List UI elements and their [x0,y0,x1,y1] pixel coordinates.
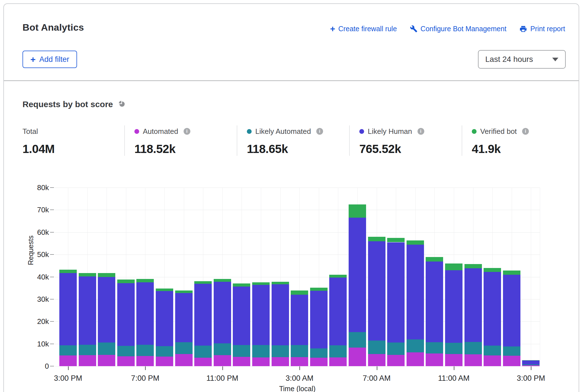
bar [310,288,328,366]
bar-segment [484,346,501,355]
y-tick-mark [50,277,54,277]
y-tick-label: 20k [7,317,49,326]
bar [349,204,366,366]
x-tick-label: 3:00 PM [503,374,559,383]
bar-segment [233,345,250,357]
y-tick-mark [50,321,54,322]
bar-segment [426,342,443,353]
bar-segment [329,278,347,345]
y-tick-mark [50,254,54,255]
bar-segment [59,273,77,345]
x-tick-mark [145,366,146,370]
y-tick-label: 70k [7,206,49,214]
bar [368,237,385,366]
bar-segment [175,354,193,366]
likely-automated-dot [247,129,252,134]
bar-segment [98,277,115,343]
bar-segment [503,271,520,275]
info-icon[interactable]: i [184,128,190,135]
bar-segment [79,273,96,276]
x-tick-label: 3:00 PM [40,374,96,383]
bar-segment [484,268,501,272]
bar [59,270,77,366]
stat-value: 765.52k [359,142,462,156]
bar-segment [291,357,308,366]
bar-segment [407,352,424,366]
bar-segment [445,354,463,366]
bar-segment [233,283,250,287]
bar-segment [426,262,443,342]
print-report-label: Print report [530,25,565,33]
bar-segment [426,353,443,366]
bar-segment [407,339,424,352]
bar-segment [233,287,250,345]
add-filter-button[interactable]: + Add filter [22,51,77,68]
y-tick-mark [50,366,54,366]
bar-segment [464,354,482,366]
bar-segment [310,348,328,358]
bar-segment [252,282,270,285]
bar-segment [136,345,154,356]
bar-segment [329,275,347,278]
bar-segment [272,284,289,345]
time-range-select[interactable]: Last 24 hours [478,50,566,69]
bar-segment [117,280,135,283]
bar-segment [136,282,154,344]
bar-segment [156,291,173,346]
info-icon[interactable]: i [522,128,529,135]
plus-icon: + [330,26,335,32]
printer-icon [519,25,527,33]
bar-segment [59,270,77,273]
stat-label: Total [22,127,38,136]
bar-segment [214,355,231,366]
y-tick-mark [50,299,54,299]
bar-segment [310,358,328,366]
configure-bot-management-link[interactable]: Configure Bot Management [410,25,507,33]
info-icon[interactable]: i [316,128,323,135]
bar-segment [59,355,77,366]
print-report-link[interactable]: Print report [519,25,565,33]
bar [387,238,405,366]
stat-likely-human: Likely Human i 765.52k [349,125,462,156]
x-gridline [531,188,531,366]
bar-segment [368,241,385,341]
bar-segment [117,283,135,346]
stat-total: Total 1.04M [22,125,124,156]
bar [214,279,231,366]
bar-segment [214,343,231,355]
create-firewall-rule-label: Create firewall rule [338,25,397,33]
x-tick-mark [454,366,454,370]
info-icon[interactable]: i [418,128,424,135]
bar [291,290,308,366]
stat-label: Verified bot [480,127,517,136]
bar-segment [194,284,212,346]
bar-segment [272,345,289,357]
add-filter-label: Add filter [39,55,69,64]
verified-bot-dot [472,129,477,134]
configure-bot-management-label: Configure Bot Management [421,25,507,33]
plot-right-edge [540,188,540,366]
x-tick-mark [68,366,69,370]
bar-segment [291,295,308,345]
bar-segment [194,281,212,284]
x-tick-label: 7:00 AM [349,374,405,383]
x-tick-mark [299,366,300,370]
bar-segment [175,342,193,354]
automated-dot [134,129,139,134]
bar-segment [272,357,289,366]
bar-segment [522,360,540,361]
create-firewall-rule-link[interactable]: + Create firewall rule [330,25,397,33]
bar-segment [59,345,77,355]
bar-segment [194,358,212,366]
bar-segment [503,356,520,366]
bar [522,360,540,366]
bar-segment [522,365,540,366]
bar-segment [368,341,385,354]
bar-segment [503,346,520,356]
bar-segment [522,360,540,364]
y-tick-label: 30k [7,295,49,304]
bar-segment [194,346,212,358]
bar-segment [117,356,135,366]
bot-analytics-card: Bot Analytics + Create firewall rule Con… [3,3,579,392]
page-title: Bot Analytics [22,22,84,33]
